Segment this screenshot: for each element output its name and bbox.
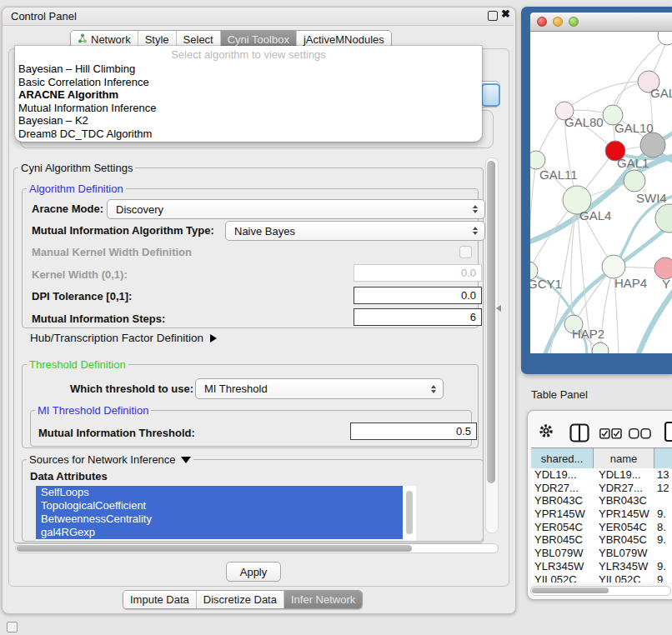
- application-root: Control Panel ✖ NetworkStyleSelectCyni T…: [0, 0, 672, 635]
- algorithm-popup-list: Bayesian – Hill ClimbingBasic Correlatio…: [15, 62, 482, 141]
- algorithm-option-dream8-dc-tdc-algorithm[interactable]: Dream8 DC_TDC Algorithm: [15, 128, 482, 141]
- control-panel-titlebar[interactable]: [3, 8, 514, 26]
- node-hap4[interactable]: [602, 255, 625, 278]
- mi-algorithm-type-combobox[interactable]: Naive Bayes: [225, 221, 485, 241]
- splitter-collapse-icon[interactable]: [496, 305, 501, 312]
- node-gal-top-label: GAL: [650, 86, 672, 100]
- table-cell: 9.: [657, 533, 666, 547]
- tab-label: Discretize Data: [203, 593, 277, 606]
- manual-kernel-width-label: Manual Kernel Width Definition: [32, 246, 192, 258]
- float-window-icon[interactable]: [488, 11, 498, 21]
- algorithm-option-bayesian-k2[interactable]: Bayesian – K2: [15, 114, 482, 128]
- table-row[interactable]: YER054CYER054C8.: [531, 521, 672, 534]
- sources-group-label: Sources for Network Inference: [29, 453, 176, 466]
- tab-impute-data[interactable]: Impute Data: [123, 591, 197, 608]
- column-header-shared[interactable]: shared...: [531, 448, 594, 468]
- node-swi4[interactable]: [624, 170, 645, 192]
- which-threshold-label: Which threshold to use:: [70, 382, 193, 395]
- tab-infer-network[interactable]: Infer Network: [284, 591, 362, 608]
- hub-definition-disclosure[interactable]: Hub/Transcription Factor Definition: [30, 332, 217, 344]
- columns-icon[interactable]: [569, 423, 589, 446]
- mi-algorithm-type-label: Mutual Information Algorithm Type:: [32, 224, 214, 237]
- tab-label: Impute Data: [130, 593, 189, 606]
- table-header-row: shared...name: [531, 448, 672, 469]
- table-row[interactable]: YBR043CYBR043C: [531, 494, 672, 508]
- node-gal1-label: GAL1: [617, 156, 649, 170]
- table-row[interactable]: YDR27...YDR27...12: [531, 482, 672, 495]
- node-top-partial[interactable]: [658, 32, 672, 45]
- node-big-right[interactable]: [655, 204, 672, 232]
- attribute-item-selfloops[interactable]: SelfLoops: [36, 486, 403, 499]
- network-view-window: GALGAL80GAL10GAL1GAL11SWI4GAL4GCY1HAP4YH…: [521, 7, 672, 374]
- attributes-list-scrollbar-thumb[interactable]: [406, 491, 413, 534]
- node-gal10-label: GAL10: [614, 121, 654, 135]
- aracne-mode-label: Aracne Mode:: [32, 202, 103, 215]
- tab-label: Style: [145, 33, 169, 46]
- algorithm-option-bayesian-hill-climbing[interactable]: Bayesian – Hill Climbing: [15, 62, 482, 76]
- aracne-mode-combobox[interactable]: Discovery: [107, 199, 485, 219]
- algorithm-option-aracne-algorithm[interactable]: ARACNE Algorithm: [15, 88, 482, 102]
- document-icon[interactable]: [664, 421, 672, 446]
- disclosure-down-icon[interactable]: [181, 457, 191, 463]
- select-all-checkboxes-icon[interactable]: [599, 428, 622, 442]
- attribute-item-betweennesscentrality[interactable]: BetweennessCentrality: [36, 512, 403, 526]
- aracne-mode-value: Discovery: [116, 203, 163, 216]
- column-header-partial[interactable]: [654, 448, 672, 468]
- dpi-tolerance-label: DPI Tolerance [0,1]:: [32, 290, 132, 302]
- which-threshold-combobox[interactable]: MI Threshold: [195, 378, 444, 399]
- algorithm-popup-prompt: Select algorithm to view settings: [15, 46, 482, 62]
- algorithm-option-basic-correlation-inference[interactable]: Basic Correlation Inference: [15, 76, 482, 89]
- node-gal4-label: GAL4: [579, 208, 611, 222]
- deselect-all-checkboxes-icon[interactable]: [629, 428, 651, 442]
- table-panel-window: shared...name YDL19...YDL19...13YDR27...…: [527, 410, 672, 600]
- node-gray[interactable]: [640, 132, 665, 158]
- settings-vertical-scrollbar-thumb[interactable]: [487, 161, 495, 483]
- column-header-name[interactable]: name: [594, 448, 654, 468]
- table-row[interactable]: YBR045CYBR045C9.: [531, 533, 672, 547]
- tab-label: jActiveMNodules: [303, 33, 384, 46]
- table-row[interactable]: YLR345WYLR345W9.: [531, 560, 672, 573]
- table-row[interactable]: YDL19...YDL19...13: [531, 468, 672, 482]
- dpi-tolerance-field[interactable]: 0.0: [354, 287, 482, 304]
- table-cell: YBR045C: [599, 533, 647, 547]
- mi-threshold-label: Mutual Information Threshold:: [38, 427, 195, 439]
- tab-discretize-data[interactable]: Discretize Data: [197, 591, 284, 608]
- apply-button[interactable]: Apply: [226, 562, 281, 582]
- window-zoom-button[interactable]: [569, 17, 579, 27]
- sources-group-label-row[interactable]: Sources for Network Inference: [27, 453, 193, 466]
- network-canvas-container[interactable]: GALGAL80GAL10GAL1GAL11SWI4GAL4GCY1HAP4YH…: [530, 32, 672, 353]
- close-icon[interactable]: ✖: [501, 8, 510, 20]
- table-cell: YBR043C: [599, 494, 647, 508]
- disclosure-right-icon[interactable]: [210, 334, 217, 342]
- node-bottom-partial[interactable]: [592, 342, 609, 353]
- table-cell: YIL052C: [599, 573, 641, 583]
- kernel-width-field[interactable]: 0.0: [354, 264, 482, 282]
- table-cell: YER054C: [534, 521, 583, 534]
- network-canvas[interactable]: GALGAL80GAL10GAL1GAL11SWI4GAL4GCY1HAP4YH…: [530, 32, 672, 353]
- node-gal11[interactable]: [530, 151, 545, 169]
- network-window-titlebar[interactable]: [530, 12, 672, 32]
- manual-kernel-width-checkbox[interactable]: [459, 246, 472, 258]
- table-cell: 9: [657, 573, 663, 583]
- attribute-item-gal4rgexp[interactable]: gal4RGexp: [36, 526, 403, 539]
- node-gal11-label: GAL11: [539, 168, 578, 182]
- attribute-item-topologicalcoefficient[interactable]: TopologicalCoefficient: [36, 499, 403, 512]
- table-horizontal-scrollbar-thumb[interactable]: [532, 588, 609, 593]
- window-minimize-button[interactable]: [553, 17, 563, 27]
- docked-panel-icon[interactable]: [7, 622, 18, 632]
- data-attributes-list[interactable]: SelfLoopsTopologicalCoefficientBetweenne…: [36, 486, 416, 541]
- algorithm-option-mutual-information-inference[interactable]: Mutual Information Inference: [15, 102, 482, 115]
- table-row[interactable]: YIL052CYIL052C9: [531, 573, 672, 583]
- table-row[interactable]: YBL079WYBL079W: [531, 547, 672, 560]
- threshold-definition-label: Threshold Definition: [27, 358, 128, 371]
- table-cell: YDL19...: [599, 468, 641, 482]
- network-edges-thick: [530, 130, 672, 353]
- table-row[interactable]: YPR145WYPR145W9.: [531, 508, 672, 521]
- mi-steps-field[interactable]: 6: [354, 308, 482, 326]
- table-cell: 9.: [657, 560, 666, 573]
- window-close-button[interactable]: [537, 17, 547, 27]
- mi-threshold-field[interactable]: 0.5: [350, 422, 477, 440]
- settings-horizontal-scrollbar-thumb[interactable]: [17, 545, 412, 552]
- table-cell: 13: [657, 468, 669, 482]
- gear-icon[interactable]: [538, 422, 554, 442]
